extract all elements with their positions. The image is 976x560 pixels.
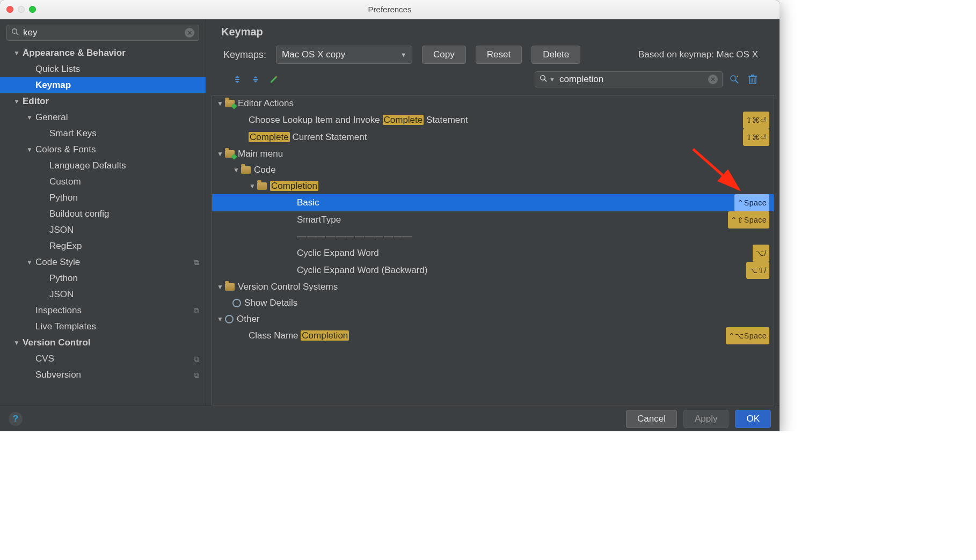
copy-profile-icon: ⧉ bbox=[194, 367, 199, 383]
sidebar-item[interactable]: Python bbox=[0, 270, 206, 286]
delete-button[interactable]: Delete bbox=[531, 46, 580, 64]
collapse-all-icon[interactable] bbox=[249, 73, 262, 86]
sidebar-item[interactable]: Subversion⧉ bbox=[0, 367, 206, 383]
copy-profile-icon: ⧉ bbox=[194, 254, 199, 270]
sidebar-item[interactable]: JSON bbox=[0, 222, 206, 238]
action-item[interactable]: Complete Current Statement⇧⌘⏎ bbox=[212, 129, 774, 146]
action-item[interactable]: Basic⌃Space bbox=[212, 194, 774, 211]
action-group[interactable]: ▼Completion bbox=[212, 178, 774, 194]
svg-point-5 bbox=[541, 76, 545, 80]
sidebar-item-label: JSON bbox=[49, 286, 74, 303]
trash-icon[interactable] bbox=[746, 73, 759, 86]
action-label: Version Control Systems bbox=[238, 279, 338, 295]
sidebar-item[interactable]: ▼Version Control bbox=[0, 335, 206, 351]
sidebar-item[interactable]: RegExp bbox=[0, 238, 206, 254]
action-item[interactable]: SmartType⌃⇧Space bbox=[212, 211, 774, 229]
gear-icon bbox=[232, 299, 241, 307]
sidebar-search[interactable]: ✕ bbox=[6, 25, 199, 41]
ok-button[interactable]: OK bbox=[735, 410, 771, 428]
sidebar-item-label: Editor bbox=[23, 93, 49, 109]
action-item[interactable]: Class Name Completion⌃⌥Space bbox=[212, 327, 774, 344]
disclosure-icon: ▼ bbox=[232, 162, 240, 178]
disclosure-icon: ▼ bbox=[216, 95, 224, 112]
sidebar-item[interactable]: Live Templates bbox=[0, 319, 206, 335]
sidebar-item[interactable]: ▼General bbox=[0, 109, 206, 126]
sidebar-item[interactable]: Keymap bbox=[0, 77, 206, 93]
clear-filter-icon[interactable]: ✕ bbox=[708, 75, 718, 84]
sidebar-item-label: RegExp bbox=[49, 238, 82, 254]
action-label: Complete Current Statement bbox=[249, 129, 367, 145]
maximize-icon[interactable] bbox=[29, 6, 36, 13]
sidebar-item[interactable]: Buildout config bbox=[0, 206, 206, 222]
svg-line-1 bbox=[16, 33, 18, 35]
help-button[interactable]: ? bbox=[9, 412, 23, 426]
action-group[interactable]: ▼Other bbox=[212, 311, 774, 327]
action-item[interactable]: Choose Lookup Item and Invoke Complete S… bbox=[212, 112, 774, 129]
sidebar-item[interactable]: Smart Keys bbox=[0, 126, 206, 142]
cancel-button[interactable]: Cancel bbox=[626, 410, 677, 428]
action-label: Editor Actions bbox=[238, 95, 294, 112]
dialog-footer: ? Cancel Apply OK bbox=[0, 406, 780, 431]
sidebar-item-label: Keymap bbox=[35, 77, 71, 93]
action-item[interactable]: Show Details bbox=[212, 295, 774, 311]
search-highlight: Completion bbox=[301, 330, 349, 341]
sidebar-item-label: Smart Keys bbox=[49, 126, 97, 142]
sidebar-item-label: CVS bbox=[35, 351, 54, 367]
sidebar-search-input[interactable] bbox=[22, 27, 185, 39]
disclosure-icon: ▼ bbox=[26, 109, 33, 126]
sidebar-item[interactable]: ▼Appearance & Behavior bbox=[0, 45, 206, 61]
search-highlight: Completion bbox=[270, 181, 318, 191]
action-group[interactable]: ▼Code bbox=[212, 162, 774, 178]
edit-icon[interactable] bbox=[267, 73, 280, 86]
disclosure-icon: ▼ bbox=[216, 311, 224, 327]
action-group[interactable]: ▼Main menu bbox=[212, 146, 774, 162]
action-group[interactable]: ▼Version Control Systems bbox=[212, 279, 774, 295]
sidebar-item[interactable]: ▼Colors & Fonts bbox=[0, 142, 206, 158]
svg-rect-3 bbox=[253, 79, 258, 80]
action-filter-input[interactable] bbox=[558, 73, 708, 85]
expand-all-icon[interactable] bbox=[231, 73, 244, 86]
action-filter[interactable]: ▼ ✕ bbox=[535, 71, 723, 87]
chevron-down-icon[interactable]: ▼ bbox=[549, 76, 555, 83]
keymaps-value: Mac OS X copy bbox=[282, 49, 345, 60]
titlebar: Preferences bbox=[0, 0, 780, 19]
keyboard-shortcut: ⌃Space bbox=[734, 194, 769, 211]
action-label: Class Name Completion bbox=[249, 328, 349, 344]
close-icon[interactable] bbox=[6, 6, 13, 13]
search-highlight: Complete bbox=[383, 115, 424, 125]
sidebar-item-label: Subversion bbox=[35, 367, 81, 383]
reset-button[interactable]: Reset bbox=[476, 46, 522, 64]
sidebar-item[interactable]: Inspections⧉ bbox=[0, 303, 206, 319]
action-item[interactable]: Cyclic Expand Word⌥/ bbox=[212, 245, 774, 262]
window-title: Preferences bbox=[0, 5, 780, 14]
search-highlight: Complete bbox=[249, 132, 290, 142]
keymaps-label: Keymaps: bbox=[223, 49, 266, 61]
sidebar-item[interactable]: CVS⧉ bbox=[0, 351, 206, 367]
sidebar-item[interactable]: Language Defaults bbox=[0, 158, 206, 174]
sidebar-item[interactable]: Quick Lists bbox=[0, 61, 206, 77]
keymaps-dropdown[interactable]: Mac OS X copy ▼ bbox=[276, 46, 412, 64]
sidebar-item[interactable]: ▼Editor bbox=[0, 93, 206, 109]
apply-button[interactable]: Apply bbox=[683, 410, 729, 428]
chevron-down-icon: ▼ bbox=[400, 51, 406, 58]
action-item[interactable]: Cyclic Expand Word (Backward)⌥⇧/ bbox=[212, 262, 774, 279]
action-tree[interactable]: ▼Editor ActionsChoose Lookup Item and In… bbox=[212, 95, 774, 406]
folder-icon bbox=[241, 166, 251, 174]
clear-search-icon[interactable]: ✕ bbox=[185, 28, 194, 38]
sidebar-item[interactable]: JSON bbox=[0, 286, 206, 303]
sidebar-item[interactable]: Custom bbox=[0, 174, 206, 190]
main-panel: Keymap Keymaps: Mac OS X copy ▼ Copy Res… bbox=[206, 19, 780, 406]
action-group[interactable]: ▼Editor Actions bbox=[212, 95, 774, 112]
sidebar-item-label: JSON bbox=[49, 222, 74, 238]
search-icon bbox=[540, 75, 547, 84]
sidebar-item[interactable]: ▼Code Style⧉ bbox=[0, 254, 206, 270]
action-label: SmartType bbox=[297, 212, 341, 228]
keyboard-shortcut: ⇧⌘⏎ bbox=[743, 112, 770, 129]
minimize-icon[interactable] bbox=[18, 6, 25, 13]
svg-point-0 bbox=[12, 29, 17, 34]
sidebar-item-label: Quick Lists bbox=[35, 61, 80, 77]
action-label: Completion bbox=[270, 178, 318, 194]
find-by-shortcut-icon[interactable] bbox=[728, 73, 741, 86]
copy-button[interactable]: Copy bbox=[422, 46, 466, 64]
sidebar-item[interactable]: Python bbox=[0, 190, 206, 206]
